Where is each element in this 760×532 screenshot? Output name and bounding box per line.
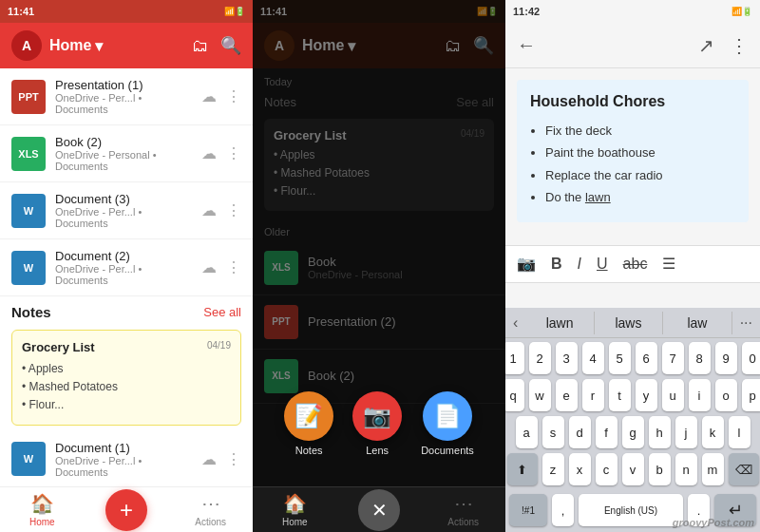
bottom-add-1[interactable]: + [85,489,169,531]
suggest-2[interactable]: law [663,312,732,334]
suggest-more[interactable]: ··· [732,314,760,332]
p2-bottom-actions[interactable]: ⋯ Actions [421,492,505,527]
kbd-m[interactable]: m [702,453,724,485]
list-item-doc1[interactable]: W Document (1) OneDrive - Per...l • Docu… [0,431,253,486]
fab-notes[interactable]: 📝 Notes [284,391,333,456]
upload-icon-ppt[interactable]: ☁ [201,87,217,105]
kbd-5[interactable]: 5 [609,342,631,374]
fab-notes-btn[interactable]: 📝 [284,391,333,441]
notes-title-1: Notes [11,304,51,320]
bold-icon[interactable]: B [551,256,562,273]
more-icon-doc3[interactable]: ⋮ [226,201,241,219]
kbd-back-icon[interactable]: ‹ [505,314,525,332]
list-item-ppt[interactable]: PPT Presentation (1) OneDrive - Per...l … [0,68,253,125]
kbd-8[interactable]: 8 [689,342,711,374]
fab-lens-btn[interactable]: 📷 [352,391,402,441]
more-icon-doc2[interactable]: ⋮ [226,258,241,276]
kbd-period[interactable]: . [688,494,710,526]
file-sub-doc3: OneDrive - Per...l • Documents [55,206,192,229]
kbd-0[interactable]: 0 [742,342,761,374]
kbd-s[interactable]: s [542,416,564,448]
kbd-2[interactable]: 2 [529,342,551,374]
file-sub-doc2: OneDrive - Per...l • Documents [55,263,192,286]
avatar-1[interactable]: A [11,30,42,61]
kbd-n[interactable]: n [675,453,697,485]
kbd-g[interactable]: g [622,416,644,448]
back-icon[interactable]: ← [513,30,540,60]
bottom-home-1[interactable]: 🏠 Home [0,492,85,527]
kbd-q[interactable]: q [505,379,524,411]
list-item-doc2[interactable]: W Document (2) OneDrive - Per...l • Docu… [0,239,253,296]
search-icon-1[interactable]: 🔍 [220,35,241,56]
fab-lens[interactable]: 📷 Lens [352,391,402,456]
suggest-1[interactable]: laws [595,312,663,334]
kbd-p[interactable]: p [742,379,761,411]
kbd-o[interactable]: o [715,379,737,411]
kbd-i[interactable]: i [689,379,711,411]
see-all-notes-1[interactable]: See all [203,305,241,319]
kbd-9[interactable]: 9 [715,342,737,374]
kbd-z[interactable]: z [542,453,564,485]
underline-icon[interactable]: U [597,256,608,273]
kbd-k[interactable]: k [702,416,724,448]
folder-icon[interactable]: 🗂 [192,36,209,56]
strikethrough-icon[interactable]: abc [623,256,648,273]
note-card-1[interactable]: Grocery List 04/19 • Apples• Mashed Pota… [11,330,241,426]
upload-icon-doc3[interactable]: ☁ [201,201,217,219]
kbd-d[interactable]: d [569,416,591,448]
kbd-4[interactable]: 4 [582,342,604,374]
kbd-3[interactable]: 3 [556,342,578,374]
italic-icon[interactable]: I [578,256,581,273]
kbd-a[interactable]: a [516,416,538,448]
note-item-2: Replace the car radio [545,164,735,186]
camera-fmt-icon[interactable]: 📷 [517,255,536,273]
kbd-l[interactable]: l [729,416,750,448]
list-item-xls[interactable]: XLS Book (2) OneDrive - Personal • Docum… [0,125,253,182]
more-icon-doc1[interactable]: ⋮ [226,450,241,468]
kbd-j[interactable]: j [675,416,697,448]
fab-documents[interactable]: 📄 Documents [421,391,474,456]
p2-bottom-close[interactable]: ✕ [337,489,422,531]
kbd-space[interactable]: English (US) [579,494,683,526]
kbd-b[interactable]: b [649,453,671,485]
kbd-u[interactable]: u [662,379,684,411]
kbd-r[interactable]: r [582,379,604,411]
file-info-ppt: Presentation (1) OneDrive - Per...l • Do… [55,78,192,115]
kbd-enter[interactable]: ↵ [714,494,756,526]
p3-note-card[interactable]: Household Chores Fix the deck Paint the … [517,80,749,222]
upload-icon-doc2[interactable]: ☁ [201,258,217,276]
p2-bottom-home[interactable]: 🏠 Home [253,492,337,527]
kbd-t[interactable]: t [609,379,631,411]
bottom-actions-1[interactable]: ⋯ Actions [168,492,253,527]
fab-docs-btn[interactable]: 📄 [423,391,472,441]
list-item-doc3[interactable]: W Document (3) OneDrive - Per...l • Docu… [0,182,253,239]
more-icon-xls[interactable]: ⋮ [226,144,241,162]
kbd-comma[interactable]: , [552,494,574,526]
note-item-0: Fix the deck [545,120,735,142]
nav-title-1[interactable]: Home ▾ [49,37,184,55]
kbd-c[interactable]: c [596,453,618,485]
kbd-h[interactable]: h [649,416,671,448]
share-icon[interactable]: ↗ [694,30,718,61]
kbd-backspace[interactable]: ⌫ [729,453,759,485]
upload-icon-doc1[interactable]: ☁ [201,450,217,468]
kbd-f[interactable]: f [596,416,618,448]
fab-overlay: 📝 Notes 📷 Lens 📄 Documents [253,391,505,456]
kbd-6[interactable]: 6 [636,342,657,374]
kbd-y[interactable]: y [636,379,657,411]
list-icon[interactable]: ☰ [662,255,675,273]
kbd-e[interactable]: e [556,379,578,411]
kbd-num-special[interactable]: !#1 [509,494,547,526]
kbd-w[interactable]: w [529,379,551,411]
kbd-shift[interactable]: ⬆ [507,453,538,485]
upload-icon-xls[interactable]: ☁ [201,144,217,162]
suggest-0[interactable]: lawn [525,312,594,334]
kbd-x[interactable]: x [569,453,591,485]
fab-close-btn[interactable]: ✕ [358,489,400,531]
kbd-v[interactable]: v [622,453,644,485]
kbd-1[interactable]: 1 [505,342,524,374]
overflow-icon[interactable]: ⋮ [726,30,752,61]
kbd-7[interactable]: 7 [662,342,684,374]
add-button-1[interactable]: + [105,489,147,531]
more-icon-ppt[interactable]: ⋮ [226,87,241,105]
